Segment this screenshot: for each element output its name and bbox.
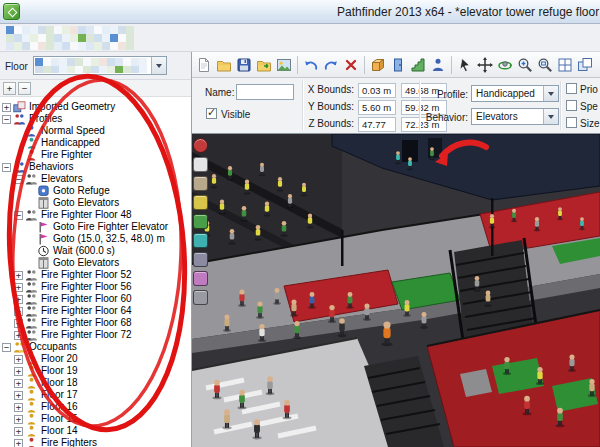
collapse-all-button[interactable]: − bbox=[18, 82, 31, 95]
tree-item-fire-fighter-floor-56[interactable]: +Fire Fighter Floor 56 bbox=[0, 281, 191, 293]
view-settings-icon[interactable] bbox=[193, 290, 208, 305]
expand-toggle[interactable]: + bbox=[14, 271, 23, 280]
view-mode-icon[interactable] bbox=[193, 157, 208, 172]
title-bar: Pathfinder 2013 x64 - *elevator tower re… bbox=[0, 0, 600, 24]
measure-tool-icon[interactable] bbox=[193, 271, 208, 286]
move-tool-icon[interactable] bbox=[475, 54, 495, 76]
tree-item-fire-fighter-floor-48[interactable]: −Fire Fighter Floor 48 bbox=[0, 209, 191, 221]
show-paths-icon[interactable] bbox=[193, 233, 208, 248]
tree-item-wait-600-0-s[interactable]: Wait (600.0 s) bbox=[0, 245, 191, 257]
tree-item-goto-elevators[interactable]: Goto Elevators bbox=[0, 257, 191, 269]
tree-item-fire-fighter[interactable]: Fire Fighter bbox=[0, 149, 191, 161]
expand-toggle[interactable]: + bbox=[14, 319, 23, 328]
tree-item-goto-elevators[interactable]: Goto Elevators bbox=[0, 197, 191, 209]
tree-item-fire-fighter-floor-60[interactable]: +Fire Fighter Floor 60 bbox=[0, 293, 191, 305]
tree-item-label: Fire Fighter Floor 60 bbox=[41, 293, 132, 305]
tree-item-fire-fighter-floor-52[interactable]: +Fire Fighter Floor 52 bbox=[0, 269, 191, 281]
open-file-icon[interactable] bbox=[214, 54, 234, 76]
collapse-toggle[interactable]: − bbox=[14, 211, 23, 220]
tree-item-fire-fighter-floor-68[interactable]: +Fire Fighter Floor 68 bbox=[0, 317, 191, 329]
tree-item-floor-16[interactable]: +Floor 16 bbox=[0, 401, 191, 413]
expand-toggle[interactable]: + bbox=[14, 331, 23, 340]
tree-item-fire-fighters[interactable]: +Fire Fighters bbox=[0, 437, 191, 447]
tree-item-behaviors[interactable]: −Behaviors bbox=[0, 161, 191, 173]
reset-camera-icon[interactable] bbox=[193, 138, 208, 153]
expand-toggle[interactable]: + bbox=[14, 367, 23, 376]
expand-all-button[interactable]: + bbox=[3, 82, 16, 95]
tree-item-normal-speed[interactable]: Normal Speed bbox=[0, 125, 191, 137]
chevron-down-icon[interactable] bbox=[543, 86, 558, 101]
screenshot-icon[interactable] bbox=[274, 54, 294, 76]
tree-item-profiles[interactable]: −Profiles bbox=[0, 113, 191, 125]
select-tool-icon[interactable] bbox=[455, 54, 475, 76]
add-room-icon[interactable] bbox=[368, 54, 388, 76]
tile-windows-icon[interactable] bbox=[575, 54, 595, 76]
orbit-tool-icon[interactable] bbox=[495, 54, 515, 76]
tree-item-floor-18[interactable]: +Floor 18 bbox=[0, 377, 191, 389]
tree-item-fire-fighter-floor-64[interactable]: +Fire Fighter Floor 64 bbox=[0, 305, 191, 317]
expand-toggle[interactable]: + bbox=[14, 307, 23, 316]
expand-toggle[interactable]: + bbox=[14, 427, 23, 436]
collapse-toggle[interactable]: − bbox=[14, 175, 23, 184]
expand-toggle[interactable]: + bbox=[14, 439, 23, 447]
add-stairs-icon[interactable] bbox=[408, 54, 428, 76]
tree-item-imported-geometry[interactable]: +Imported Geometry bbox=[0, 101, 191, 113]
people-gray-icon bbox=[25, 317, 38, 329]
tree-item-fire-fighter-floor-72[interactable]: +Fire Fighter Floor 72 bbox=[0, 329, 191, 341]
expand-toggle[interactable]: + bbox=[14, 355, 23, 364]
expand-toggle[interactable]: + bbox=[14, 283, 23, 292]
show-occupants-icon[interactable] bbox=[193, 195, 208, 210]
expand-toggle[interactable]: + bbox=[14, 391, 23, 400]
show-floors-icon[interactable] bbox=[193, 176, 208, 191]
behavior-select[interactable]: Elevators bbox=[471, 108, 559, 125]
chevron-down-icon[interactable] bbox=[543, 109, 558, 124]
import-geometry-icon[interactable] bbox=[254, 54, 274, 76]
tree-item-label: Elevators bbox=[41, 173, 83, 185]
bounds-min-value: 5.60 m bbox=[358, 100, 396, 115]
zoom-in-icon[interactable] bbox=[515, 54, 535, 76]
delete-icon[interactable] bbox=[341, 54, 361, 76]
add-door-icon[interactable] bbox=[388, 54, 408, 76]
tree-item-label: Occupants bbox=[29, 341, 77, 353]
redo-icon[interactable] bbox=[321, 54, 341, 76]
show-exits-icon[interactable] bbox=[193, 214, 208, 229]
tree-item-floor-20[interactable]: +Floor 20 bbox=[0, 353, 191, 365]
chevron-down-icon[interactable] bbox=[151, 57, 166, 74]
tree-item-floor-19[interactable]: +Floor 19 bbox=[0, 365, 191, 377]
size-checkbox[interactable] bbox=[566, 117, 577, 128]
expand-toggle[interactable]: + bbox=[14, 415, 23, 424]
new-file-icon[interactable] bbox=[194, 54, 214, 76]
tree-item-goto-15-0-32-5-48-0-m[interactable]: Goto (15.0, 32.5, 48.0) m bbox=[0, 233, 191, 245]
show-grid-icon[interactable] bbox=[193, 252, 208, 267]
tree-item-floor-14[interactable]: +Floor 14 bbox=[0, 425, 191, 437]
zoom-fit-icon[interactable] bbox=[535, 54, 555, 76]
person-yellow-icon bbox=[25, 401, 38, 413]
add-occupant-icon[interactable] bbox=[428, 54, 448, 76]
scene-tree[interactable]: +Imported Geometry−ProfilesNormal SpeedH… bbox=[0, 97, 191, 447]
toolbar-separator bbox=[297, 56, 298, 74]
expand-toggle[interactable]: + bbox=[14, 379, 23, 388]
tree-item-elevators[interactable]: −Elevators bbox=[0, 173, 191, 185]
tree-item-floor-17[interactable]: +Floor 17 bbox=[0, 389, 191, 401]
prio-checkbox[interactable] bbox=[566, 83, 577, 94]
floor-select[interactable] bbox=[33, 56, 167, 75]
tree-item-label: Fire Fighter bbox=[41, 149, 92, 161]
view-grid-icon[interactable] bbox=[555, 54, 575, 76]
tree-item-label: Imported Geometry bbox=[29, 101, 115, 113]
collapse-toggle[interactable]: − bbox=[2, 115, 11, 124]
expand-toggle[interactable]: + bbox=[14, 403, 23, 412]
profile-select[interactable]: Handicapped bbox=[471, 85, 559, 102]
3d-viewport[interactable] bbox=[192, 134, 600, 447]
spe-checkbox[interactable] bbox=[566, 100, 577, 111]
tree-item-goto-fire-fighter-elevator[interactable]: Goto Fire Fighter Elevator bbox=[0, 221, 191, 233]
undo-icon[interactable] bbox=[301, 54, 321, 76]
collapse-toggle[interactable]: − bbox=[2, 343, 11, 352]
expand-toggle[interactable]: + bbox=[2, 103, 11, 112]
save-file-icon[interactable] bbox=[234, 54, 254, 76]
tree-item-goto-refuge[interactable]: Goto Refuge bbox=[0, 185, 191, 197]
expand-toggle[interactable]: + bbox=[14, 295, 23, 304]
tree-item-floor-15[interactable]: +Floor 15 bbox=[0, 413, 191, 425]
tree-item-occupants[interactable]: −Occupants bbox=[0, 341, 191, 353]
collapse-toggle[interactable]: − bbox=[2, 163, 11, 172]
tree-item-handicapped[interactable]: Handicapped bbox=[0, 137, 191, 149]
